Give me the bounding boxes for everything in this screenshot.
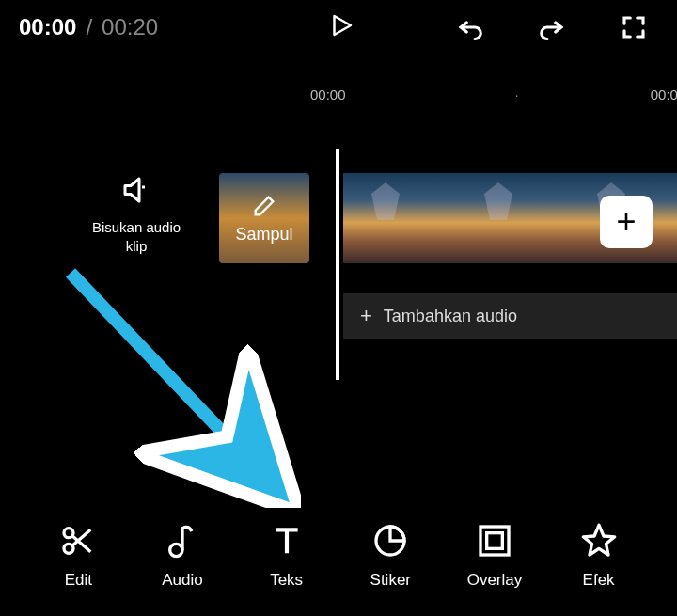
undo-icon	[456, 13, 484, 41]
tool-label: Overlay	[467, 571, 523, 590]
sticker-icon	[371, 522, 409, 560]
undo-button[interactable]	[455, 12, 485, 42]
svg-rect-5	[480, 527, 509, 555]
music-note-icon	[164, 522, 201, 560]
mute-label: Bisukan audio klip	[89, 218, 183, 255]
svg-point-2	[64, 544, 73, 553]
text-icon	[268, 522, 306, 560]
tool-label: Edit	[65, 571, 92, 590]
clip-thumbnail[interactable]	[343, 173, 456, 263]
tool-text[interactable]: Teks	[249, 522, 324, 590]
clip-thumbnail[interactable]	[456, 173, 569, 263]
timeline-left-controls: Bisukan audio klip Sampul	[89, 173, 309, 263]
tool-edit[interactable]: Edit	[40, 522, 116, 590]
tool-label: Efek	[583, 571, 615, 590]
top-controls	[365, 12, 658, 42]
play-button[interactable]	[327, 11, 355, 43]
playhead[interactable]	[336, 149, 339, 380]
ruler-dot: ·	[478, 87, 519, 103]
plus-icon: +	[616, 202, 636, 242]
tool-sticker[interactable]: Stiker	[353, 522, 428, 590]
plus-icon: +	[360, 304, 372, 328]
tool-overlay[interactable]: Overlay	[457, 522, 532, 590]
tool-label: Stiker	[370, 571, 411, 590]
svg-point-1	[64, 529, 73, 538]
time-total: 00:20	[102, 14, 158, 40]
time-current: 00:00	[19, 14, 76, 40]
redo-button[interactable]	[537, 12, 567, 42]
ruler-tick-0: 00:00	[310, 87, 346, 103]
time-separator: /	[86, 14, 92, 40]
add-audio-label: Tambahkan audio	[384, 307, 517, 326]
pencil-icon	[251, 193, 277, 219]
svg-point-3	[170, 544, 182, 556]
speaker-icon	[119, 173, 153, 207]
timeline-area: Bisukan audio klip Sampul + + Tambahkan …	[0, 182, 677, 389]
redo-icon	[538, 13, 566, 41]
ruler-tick-1: 00:02	[651, 87, 677, 103]
overlay-icon	[476, 522, 513, 560]
cover-button[interactable]: Sampul	[219, 173, 309, 263]
tool-effects[interactable]: Efek	[561, 522, 637, 590]
add-clip-button[interactable]: +	[600, 196, 653, 248]
scissors-icon	[59, 522, 97, 560]
svg-rect-6	[487, 533, 503, 549]
fullscreen-button[interactable]	[619, 12, 649, 42]
tool-label: Audio	[162, 571, 202, 590]
timeline-ruler: 00:00 · 00:02 ·	[0, 55, 677, 103]
cover-label: Sampul	[235, 225, 292, 245]
star-icon	[580, 522, 618, 560]
tool-audio[interactable]: Audio	[145, 522, 220, 590]
mute-clip-button[interactable]: Bisukan audio klip	[89, 173, 183, 255]
fullscreen-icon	[620, 13, 648, 41]
top-bar: 00:00 / 00:20	[0, 0, 677, 55]
bottom-toolbar: Edit Audio Teks Stiker Overlay Efek	[0, 522, 677, 590]
tool-label: Teks	[270, 571, 303, 590]
play-icon	[327, 11, 355, 39]
svg-marker-0	[335, 16, 352, 35]
add-audio-button[interactable]: + Tambahkan audio	[343, 293, 677, 339]
